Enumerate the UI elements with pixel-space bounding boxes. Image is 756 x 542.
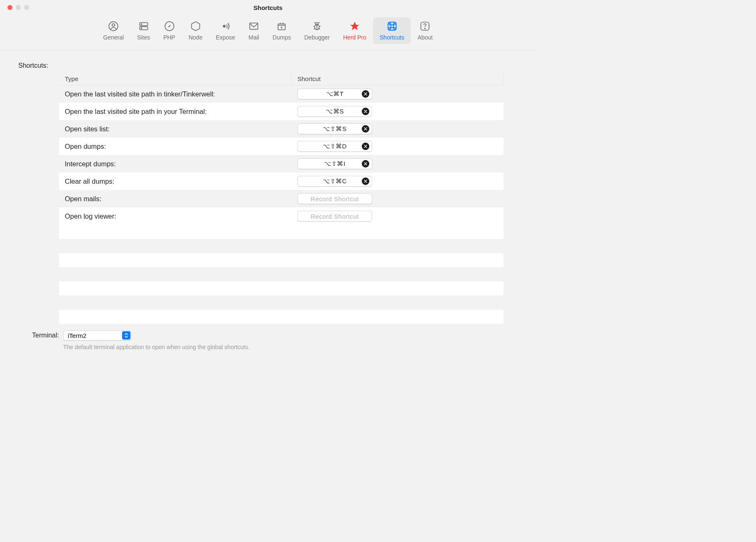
toolbar-label: Shortcuts — [380, 34, 404, 41]
toolbar-item-php[interactable]: PHP — [157, 17, 182, 44]
table-row[interactable]: Clear all dumps:⌥⇧⌘C — [59, 172, 503, 190]
shortcut-type-label: Clear all dumps: — [59, 177, 292, 185]
x-icon — [363, 109, 368, 113]
close-window-button[interactable] — [7, 5, 12, 10]
terminal-label: Terminal: — [23, 332, 59, 339]
shortcut-recorder[interactable]: ⌥⇧⌘I — [297, 158, 372, 169]
toolbar-label: Herd Pro — [343, 34, 366, 41]
section-label-shortcuts: Shortcuts: — [18, 62, 519, 69]
table-row[interactable]: Open dumps:⌥⇧⌘D — [59, 138, 503, 155]
x-icon — [363, 162, 368, 166]
shortcut-cell: ⌥⇧⌘D — [292, 141, 503, 152]
toolbar-item-herd-pro[interactable]: Herd Pro — [336, 17, 373, 44]
column-header-shortcut[interactable]: Shortcut — [292, 73, 503, 85]
toolbar-item-debugger[interactable]: Debugger — [298, 17, 337, 44]
shortcut-cell: ⌥⇧⌘I — [292, 158, 503, 169]
clear-shortcut-button[interactable] — [362, 160, 369, 168]
shortcut-type-label: Open dumps: — [59, 143, 292, 150]
clear-shortcut-button[interactable] — [362, 143, 369, 150]
empty-row — [59, 296, 503, 310]
shortcut-cell: Record Shortcut — [292, 193, 503, 204]
table-row[interactable]: Open log viewer:Record Shortcut — [59, 207, 503, 225]
clear-shortcut-button[interactable] — [362, 125, 369, 133]
user-circle-icon — [108, 21, 119, 32]
zoom-window-button[interactable] — [24, 5, 29, 10]
svg-line-20 — [319, 26, 321, 27]
minimize-window-button[interactable] — [16, 5, 21, 10]
svg-point-5 — [141, 28, 142, 29]
x-icon — [363, 179, 368, 183]
toolbar-label: Sites — [137, 34, 150, 41]
shortcut-recorder[interactable]: Record Shortcut — [297, 193, 372, 204]
table-header: Type Shortcut — [59, 73, 503, 85]
empty-row — [59, 281, 503, 296]
toolbar-item-about[interactable]: About — [411, 17, 439, 44]
toolbar-item-expose[interactable]: Expose — [209, 17, 242, 44]
clear-shortcut-button[interactable] — [362, 108, 369, 115]
toolbar-label: Debugger — [304, 34, 330, 41]
svg-marker-25 — [350, 22, 359, 30]
table-row[interactable]: Open sites list:⌥⇧⌘S — [59, 120, 503, 138]
shortcut-recorder[interactable]: Record Shortcut — [297, 211, 372, 222]
shortcut-cell: ⌥⇧⌘C — [292, 176, 503, 187]
terminal-select[interactable]: iTerm2 — [63, 330, 131, 340]
toolbar-item-dumps[interactable]: Dumps — [266, 17, 297, 44]
shortcut-value: ⌥⌘S — [326, 108, 344, 115]
clear-shortcut-button[interactable] — [362, 90, 369, 98]
toolbar-label: Dumps — [272, 34, 291, 41]
svg-line-24 — [319, 22, 320, 23]
shortcut-value: ⌥⇧⌘S — [323, 125, 346, 133]
svg-line-21 — [314, 28, 315, 29]
table-body: Open the last visited site path in tinke… — [59, 85, 503, 225]
shortcut-recorder[interactable]: ⌥⇧⌘C — [297, 176, 372, 187]
table-row[interactable]: Open mails:Record Shortcut — [59, 190, 503, 207]
server-icon — [138, 21, 149, 32]
empty-rows — [59, 225, 503, 324]
table-row[interactable]: Open the last visited site path in tinke… — [59, 85, 503, 103]
x-icon — [363, 144, 368, 148]
shortcut-recorder[interactable]: ⌥⇧⌘D — [297, 141, 372, 152]
toolbar-item-mail[interactable]: Mail — [242, 17, 266, 44]
command-icon — [387, 21, 398, 32]
svg-rect-10 — [250, 23, 258, 29]
toolbar-item-node[interactable]: Node — [182, 17, 209, 44]
shortcut-type-label: Open the last visited site path in your … — [59, 108, 292, 116]
question-icon — [420, 21, 430, 32]
shortcut-type-label: Open log viewer: — [59, 212, 292, 220]
shortcut-cell: ⌥⌘T — [292, 89, 503, 99]
toolbar-item-shortcuts[interactable]: Shortcuts — [373, 17, 411, 44]
shortcut-value: ⌥⇧⌘I — [324, 160, 345, 168]
terminal-setting: Terminal: iTerm2 — [23, 330, 519, 340]
hexagon-icon — [190, 21, 201, 32]
column-header-type[interactable]: Type — [59, 73, 292, 85]
svg-point-9 — [223, 25, 226, 28]
box-plus-icon — [276, 21, 287, 32]
window-title: Shortcuts — [253, 4, 282, 11]
clear-shortcut-button[interactable] — [362, 177, 369, 185]
terminal-hint: The default terminal application to open… — [63, 344, 519, 350]
empty-row — [59, 253, 503, 267]
svg-line-23 — [314, 22, 315, 23]
shortcut-recorder[interactable]: ⌥⇧⌘S — [297, 123, 372, 134]
toolbar-label: Node — [189, 34, 202, 41]
shortcut-value: ⌥⇧⌘D — [323, 143, 347, 150]
svg-line-19 — [314, 26, 315, 27]
shortcut-value: ⌥⌘T — [326, 90, 344, 98]
table-row[interactable]: Intercept dumps:⌥⇧⌘I — [59, 155, 503, 172]
shortcut-cell: Record Shortcut — [292, 211, 503, 222]
toolbar-label: General — [103, 34, 124, 41]
svg-marker-8 — [191, 22, 200, 31]
shortcut-recorder[interactable]: ⌥⌘T — [297, 89, 372, 99]
shortcut-recorder[interactable]: ⌥⌘S — [297, 106, 372, 117]
content-area: Shortcuts: Type Shortcut Open the last v… — [0, 50, 536, 350]
toolbar-label: Mail — [248, 34, 259, 41]
toolbar-item-sites[interactable]: Sites — [130, 17, 157, 44]
bug-icon — [312, 21, 322, 32]
x-icon — [363, 127, 368, 131]
shortcut-value: Record Shortcut — [311, 195, 359, 202]
traffic-lights — [7, 5, 29, 10]
toolbar-item-general[interactable]: General — [96, 17, 130, 44]
shortcut-type-label: Intercept dumps: — [59, 160, 292, 168]
broadcast-icon — [220, 21, 231, 32]
table-row[interactable]: Open the last visited site path in your … — [59, 103, 503, 120]
